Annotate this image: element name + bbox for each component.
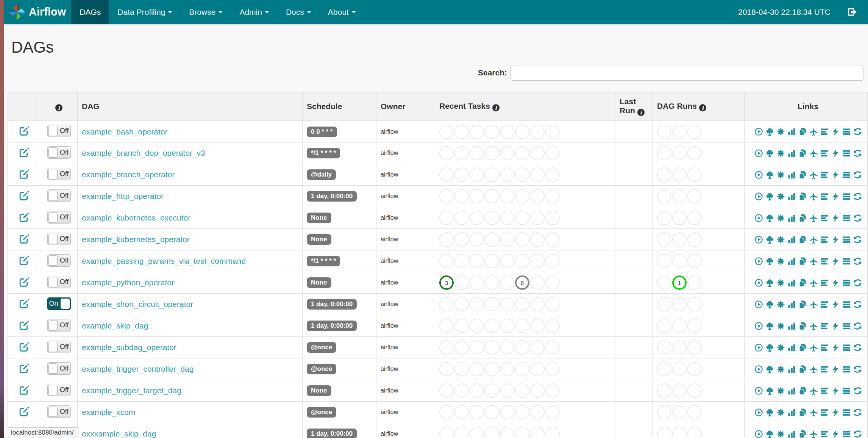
code-view-icon[interactable]: [831, 386, 840, 395]
trigger-dag-icon[interactable]: [754, 386, 763, 395]
gantt-view-icon[interactable]: [820, 322, 829, 330]
log-view-icon[interactable]: [842, 408, 851, 417]
dag-pause-toggle[interactable]: Off: [47, 254, 71, 267]
landing-times-icon[interactable]: [809, 127, 818, 136]
landing-times-icon[interactable]: [809, 343, 818, 352]
trigger-dag-icon[interactable]: [754, 300, 763, 309]
graph-view-icon[interactable]: [776, 300, 785, 309]
log-view-icon[interactable]: [842, 149, 851, 158]
edit-dag-icon[interactable]: [19, 234, 29, 244]
graph-view-icon[interactable]: [776, 343, 785, 352]
state-circle[interactable]: 3: [439, 275, 454, 290]
tree-view-icon[interactable]: [765, 149, 774, 158]
dag-link[interactable]: example_passing_params_via_test_command: [82, 257, 246, 265]
edit-dag-icon[interactable]: [19, 126, 29, 136]
log-view-icon[interactable]: [842, 192, 851, 201]
task-tries-icon[interactable]: [798, 149, 807, 158]
code-view-icon[interactable]: [831, 149, 840, 158]
gantt-view-icon[interactable]: [820, 408, 829, 417]
dag-link[interactable]: example_branch_dop_operator_v3: [82, 149, 205, 157]
dag-pause-toggle[interactable]: Off: [47, 211, 71, 224]
log-view-icon[interactable]: [842, 386, 851, 395]
refresh-icon[interactable]: [853, 343, 862, 352]
task-tries-icon[interactable]: [798, 300, 807, 309]
tree-view-icon[interactable]: [765, 214, 774, 222]
logout-icon[interactable]: [847, 7, 857, 17]
tree-view-icon[interactable]: [765, 257, 774, 266]
task-tries-icon[interactable]: [798, 127, 807, 136]
task-tries-icon[interactable]: [798, 214, 807, 222]
code-view-icon[interactable]: [831, 235, 840, 244]
dag-link[interactable]: example_trigger_target_dag: [82, 386, 181, 395]
task-duration-icon[interactable]: [787, 343, 796, 352]
gantt-view-icon[interactable]: [820, 192, 829, 201]
dag-link[interactable]: example_kubernetes_operator: [82, 235, 190, 244]
code-view-icon[interactable]: [831, 322, 840, 330]
code-view-icon[interactable]: [831, 257, 840, 266]
nav-item-dags[interactable]: DAGs: [71, 0, 109, 24]
landing-times-icon[interactable]: [809, 257, 818, 266]
graph-view-icon[interactable]: [776, 430, 785, 438]
log-view-icon[interactable]: [842, 322, 851, 330]
gantt-view-icon[interactable]: [820, 365, 829, 374]
code-view-icon[interactable]: [831, 300, 840, 309]
task-tries-icon[interactable]: [798, 408, 807, 417]
tree-view-icon[interactable]: [765, 171, 774, 179]
trigger-dag-icon[interactable]: [754, 322, 763, 330]
log-view-icon[interactable]: [842, 235, 851, 244]
refresh-icon[interactable]: [853, 171, 862, 179]
edit-dag-icon[interactable]: [19, 255, 29, 266]
log-view-icon[interactable]: [842, 171, 851, 179]
gantt-view-icon[interactable]: [820, 171, 829, 179]
refresh-icon[interactable]: [853, 214, 862, 222]
landing-times-icon[interactable]: [809, 171, 818, 179]
graph-view-icon[interactable]: [776, 408, 785, 417]
task-duration-icon[interactable]: [787, 322, 796, 330]
edit-dag-icon[interactable]: [19, 407, 29, 417]
log-view-icon[interactable]: [842, 365, 851, 374]
graph-view-icon[interactable]: [776, 278, 785, 287]
dag-link[interactable]: example_python_operator: [82, 278, 174, 287]
task-duration-icon[interactable]: [787, 300, 796, 309]
gantt-view-icon[interactable]: [820, 278, 829, 287]
nav-item-data-profiling[interactable]: Data Profiling: [109, 0, 181, 24]
tree-view-icon[interactable]: [765, 343, 774, 352]
trigger-dag-icon[interactable]: [754, 235, 763, 244]
state-circle[interactable]: 8: [515, 275, 529, 290]
dag-link[interactable]: example_skip_dag: [82, 321, 148, 330]
gantt-view-icon[interactable]: [820, 386, 829, 395]
landing-times-icon[interactable]: [809, 235, 818, 244]
edit-dag-icon[interactable]: [19, 320, 29, 330]
trigger-dag-icon[interactable]: [754, 365, 763, 374]
refresh-icon[interactable]: [853, 127, 862, 136]
refresh-icon[interactable]: [853, 408, 862, 417]
log-view-icon[interactable]: [842, 343, 851, 352]
gantt-view-icon[interactable]: [820, 343, 829, 352]
task-tries-icon[interactable]: [798, 257, 807, 266]
edit-dag-icon[interactable]: [19, 342, 29, 352]
graph-view-icon[interactable]: [776, 386, 785, 395]
landing-times-icon[interactable]: [809, 192, 818, 201]
refresh-icon[interactable]: [853, 322, 862, 330]
code-view-icon[interactable]: [831, 278, 840, 287]
task-tries-icon[interactable]: [798, 343, 807, 352]
task-duration-icon[interactable]: [787, 127, 796, 136]
tree-view-icon[interactable]: [765, 300, 774, 309]
dag-link[interactable]: example_trigger_controller_dag: [82, 364, 194, 373]
edit-dag-icon[interactable]: [19, 191, 29, 201]
task-duration-icon[interactable]: [787, 408, 796, 417]
refresh-icon[interactable]: [853, 235, 862, 244]
graph-view-icon[interactable]: [776, 192, 785, 201]
landing-times-icon[interactable]: [809, 365, 818, 374]
dag-link[interactable]: example_bash_operator: [82, 127, 168, 136]
tree-view-icon[interactable]: [765, 430, 774, 438]
gantt-view-icon[interactable]: [820, 430, 829, 438]
landing-times-icon[interactable]: [809, 214, 818, 222]
dag-pause-toggle[interactable]: Off: [47, 341, 71, 353]
nav-item-admin[interactable]: Admin: [231, 0, 278, 24]
trigger-dag-icon[interactable]: [754, 408, 763, 417]
refresh-icon[interactable]: [853, 386, 862, 395]
log-view-icon[interactable]: [842, 127, 851, 136]
gantt-view-icon[interactable]: [820, 127, 829, 136]
refresh-icon[interactable]: [853, 278, 862, 287]
